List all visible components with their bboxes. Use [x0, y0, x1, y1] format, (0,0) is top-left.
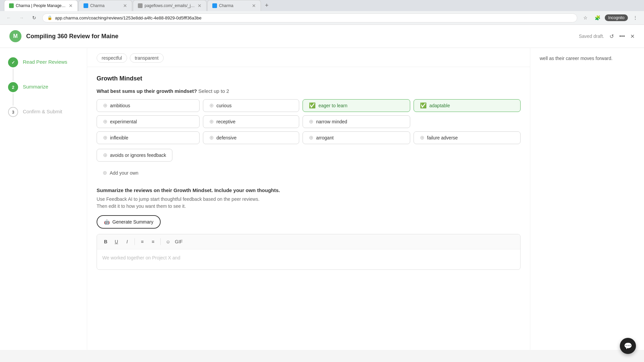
- summary-sublabel: Use Feedback AI to jump start thoughtful…: [97, 196, 521, 210]
- trait-label-narrow-minded: narrow minded: [316, 119, 347, 124]
- plus-icon-add-own: ⊕: [103, 170, 107, 176]
- tag-respectful[interactable]: respectful: [97, 53, 127, 63]
- tab-close-3[interactable]: ✕: [198, 3, 202, 8]
- step-3-label[interactable]: Confirm & Submit: [23, 107, 62, 114]
- trait-avoids-feedback[interactable]: ⊕ avoids or ignores feedback: [97, 149, 172, 162]
- step-2: 2 Summarize: [8, 82, 79, 107]
- refresh-button[interactable]: ↻: [30, 13, 39, 22]
- toolbar-divider-1: [135, 238, 135, 245]
- plus-icon-inflexible: ⊕: [103, 135, 107, 140]
- editor-placeholder: We worked together on Project X and: [102, 255, 180, 260]
- plus-icon-narrow-minded: ⊕: [309, 119, 313, 124]
- close-button[interactable]: ✕: [630, 33, 635, 40]
- step-1: ✓ Read Peer Reviews: [8, 57, 79, 82]
- ordered-list-button[interactable]: ≡: [148, 237, 158, 246]
- browser-chrome: Charma | People Management... ✕ Charma ✕…: [0, 0, 644, 25]
- tab-favicon-4: [212, 3, 217, 8]
- growth-mindset-section: Growth Mindset What best sums up their g…: [87, 67, 530, 187]
- bullet-list-button[interactable]: ≡: [138, 237, 147, 246]
- trait-inflexible[interactable]: ⊕ inflexible: [97, 131, 200, 144]
- step-2-connector: 2: [8, 82, 18, 107]
- step-3: 3 Confirm & Submit: [8, 107, 79, 117]
- trait-failure-adverse[interactable]: ⊕ failure adverse: [414, 131, 521, 144]
- summary-instruction-text: Summarize the reviews on their Growth Mi…: [97, 187, 280, 193]
- trait-label-inflexible: inflexible: [110, 135, 128, 140]
- generate-summary-button[interactable]: 🤖 Generate Summary: [97, 215, 161, 229]
- tag-transparent[interactable]: transparent: [130, 53, 164, 63]
- tab-4[interactable]: Charma ✕: [207, 0, 261, 11]
- gif-button[interactable]: GIF: [174, 237, 183, 246]
- step-2-label[interactable]: Summarize: [23, 82, 48, 89]
- app-header-right: Saved draft. ↺ ••• ✕: [579, 33, 635, 40]
- url-text: app.charma.com/coaching/reviews/1253e8dd…: [55, 15, 572, 20]
- trait-label-ambitious: ambitious: [110, 103, 130, 108]
- trait-arrogant[interactable]: ⊕ arrogant: [303, 131, 410, 144]
- extensions-button[interactable]: 🧩: [593, 13, 602, 22]
- tab-close-2[interactable]: ✕: [123, 3, 127, 8]
- editor-content[interactable]: We worked together on Project X and: [97, 249, 520, 269]
- italic-button[interactable]: I: [122, 237, 132, 246]
- trait-defensive[interactable]: ⊕ defensive: [203, 131, 299, 144]
- trait-label-curious: curious: [216, 103, 231, 108]
- tab-favicon-3: [138, 3, 143, 8]
- trait-adaptable[interactable]: ✅ adaptable: [414, 99, 521, 112]
- trait-curious[interactable]: ⊕ curious: [203, 99, 299, 112]
- plus-icon-experimental: ⊕: [103, 119, 107, 124]
- bookmark-button[interactable]: ☆: [581, 13, 590, 22]
- step-1-label[interactable]: Read Peer Reviews: [23, 57, 67, 65]
- step-1-connector: ✓: [8, 57, 18, 82]
- plus-icon-curious: ⊕: [209, 103, 214, 108]
- plus-icon-failure-adverse: ⊕: [420, 135, 424, 140]
- add-own-label: Add your own: [110, 170, 139, 176]
- avatar: M: [9, 30, 21, 42]
- trait-experimental[interactable]: ⊕ experimental: [97, 115, 200, 128]
- tab-2[interactable]: Charma ✕: [78, 0, 132, 11]
- bold-button[interactable]: B: [101, 237, 110, 246]
- browser-actions: ☆ 🧩 Incognito ⋮: [581, 13, 640, 22]
- tab-3[interactable]: pageflows.com/_emails/_j7fb5... ✕: [133, 0, 207, 11]
- underline-button[interactable]: U: [112, 237, 121, 246]
- trait-label-eager: eager to learn: [318, 103, 347, 108]
- menu-button[interactable]: ⋮: [631, 13, 640, 22]
- saved-draft-text: Saved draft.: [579, 34, 604, 39]
- plus-icon-arrogant: ⊕: [309, 135, 313, 140]
- emoji-button[interactable]: ☺: [163, 237, 173, 246]
- question-label: What best sums up their growth mindset? …: [97, 88, 521, 94]
- step-3-circle: 3: [8, 107, 18, 117]
- editor-toolbar: B U I ≡ ≡ ☺ GIF: [97, 234, 520, 249]
- trait-label-adaptable: adaptable: [429, 103, 450, 108]
- trait-eager-to-learn[interactable]: ✅ eager to learn: [303, 99, 410, 112]
- tab-close-4[interactable]: ✕: [252, 3, 256, 8]
- address-bar: ← → ↻ 🔒 app.charma.com/coaching/reviews/…: [0, 11, 644, 24]
- content-area: respectful transparent Growth Mindset Wh…: [87, 48, 530, 350]
- plus-icon-defensive: ⊕: [209, 135, 214, 140]
- more-options-button[interactable]: •••: [619, 33, 625, 39]
- generate-label: Generate Summary: [112, 219, 153, 225]
- sidebar: ✓ Read Peer Reviews 2 Summarize 3 Confir…: [0, 48, 87, 350]
- incognito-badge: Incognito: [605, 14, 628, 21]
- trait-label-arrogant: arrogant: [316, 135, 333, 140]
- app-container: M Compiling 360 Review for Maine Saved d…: [0, 25, 644, 350]
- toolbar-divider-2: [160, 238, 161, 245]
- url-bar[interactable]: 🔒 app.charma.com/coaching/reviews/1253e8…: [42, 13, 577, 22]
- forward-button[interactable]: →: [17, 13, 26, 22]
- plus-icon-ambitious: ⊕: [103, 103, 107, 108]
- tab-1[interactable]: Charma | People Management... ✕: [4, 0, 78, 11]
- add-own-button[interactable]: ⊕ Add your own: [97, 166, 145, 179]
- new-tab-button[interactable]: +: [262, 0, 272, 11]
- summary-section: Summarize the reviews on their Growth Mi…: [87, 187, 530, 278]
- tab-label-1: Charma | People Management...: [16, 3, 67, 8]
- trait-receptive[interactable]: ⊕ receptive: [203, 115, 299, 128]
- trait-label-receptive: receptive: [216, 119, 235, 124]
- trait-narrow-minded[interactable]: ⊕ narrow minded: [303, 115, 410, 128]
- generate-icon: 🤖: [104, 219, 110, 225]
- tab-close-1[interactable]: ✕: [69, 3, 73, 8]
- question-text: What best sums up their growth mindset?: [97, 88, 197, 94]
- check-icon-eager: ✅: [309, 103, 316, 108]
- trait-ambitious[interactable]: ⊕ ambitious: [97, 99, 200, 112]
- main-layout: ✓ Read Peer Reviews 2 Summarize 3 Confir…: [0, 48, 644, 350]
- select-hint: Select up to 2: [198, 88, 229, 94]
- back-button[interactable]: ←: [4, 13, 13, 22]
- history-button[interactable]: ↺: [609, 33, 614, 40]
- app-header-left: M Compiling 360 Review for Maine: [9, 30, 118, 42]
